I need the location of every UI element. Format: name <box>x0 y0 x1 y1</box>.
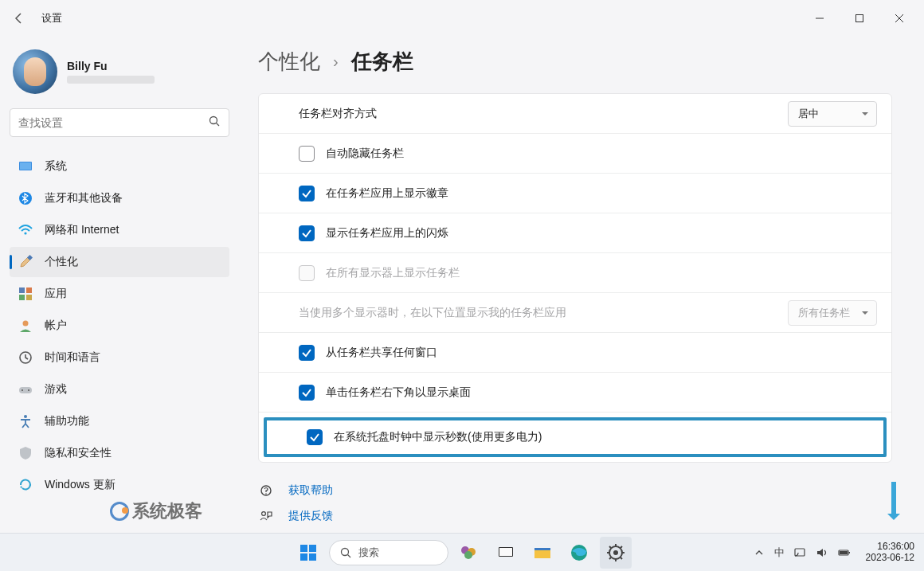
edge-button[interactable] <box>563 537 595 569</box>
profile-name: Billy Fu <box>67 60 155 72</box>
svg-rect-9 <box>19 287 25 293</box>
profile-email-placeholder <box>67 76 155 84</box>
minimize-button[interactable] <box>801 6 838 31</box>
settings-button[interactable] <box>600 537 632 569</box>
svg-line-43 <box>609 557 611 559</box>
taskbar-search[interactable]: 搜索 <box>329 540 448 565</box>
row-show-seconds[interactable]: 在系统托盘时钟中显示秒数(使用更多电力) <box>267 420 883 454</box>
sidebar-item-gaming[interactable]: 游戏 <box>10 374 229 405</box>
task-view-button[interactable] <box>490 537 522 569</box>
row-show-badges[interactable]: 在任务栏应用上显示徽章 <box>259 174 891 213</box>
apps-icon <box>18 286 33 302</box>
row-multi-display: 当使用多个显示器时，在以下位置显示我的任务栏应用 所有任务栏 <box>259 293 891 333</box>
svg-rect-1 <box>856 15 863 22</box>
multi-display-dropdown: 所有任务栏 <box>788 300 877 326</box>
row-show-flashing[interactable]: 显示任务栏应用上的闪烁 <box>259 213 891 253</box>
svg-point-26 <box>342 548 349 555</box>
svg-line-27 <box>348 554 351 557</box>
sidebar-item-label: 应用 <box>45 287 67 301</box>
page-title: 任务栏 <box>351 48 413 76</box>
svg-line-41 <box>609 546 611 548</box>
svg-point-21 <box>262 512 266 516</box>
alignment-dropdown[interactable]: 居中 <box>788 101 877 127</box>
sidebar-item-accessibility[interactable]: 辅助功能 <box>10 406 229 436</box>
sidebar-item-update[interactable]: Windows 更新 <box>10 470 229 500</box>
sidebar-item-bluetooth[interactable]: 蓝牙和其他设备 <box>10 183 229 213</box>
svg-line-3 <box>217 123 220 127</box>
search-icon <box>208 115 221 131</box>
all-displays-checkbox <box>299 265 315 281</box>
window-title: 设置 <box>41 11 62 25</box>
annotation-arrow <box>887 482 900 526</box>
volume-icon[interactable] <box>815 546 829 559</box>
sidebar-item-accounts[interactable]: 帐户 <box>10 311 229 341</box>
row-autohide[interactable]: 自动隐藏任务栏 <box>259 134 891 174</box>
search-box[interactable] <box>10 108 229 137</box>
help-icon <box>258 484 274 497</box>
file-explorer-button[interactable] <box>527 537 558 569</box>
sidebar-item-label: 个性化 <box>45 255 78 269</box>
click-corner-checkbox[interactable] <box>299 385 315 401</box>
profile[interactable]: Billy Fu <box>10 43 229 108</box>
row-all-displays: 在所有显示器上显示任务栏 <box>259 253 891 293</box>
setting-label: 当使用多个显示器时，在以下位置显示我的任务栏应用 <box>299 306 788 320</box>
show-flashing-checkbox[interactable] <box>299 225 315 241</box>
sidebar: Billy Fu 系统 蓝牙和其他设备 网络和 Internet <box>0 37 239 533</box>
sidebar-item-system[interactable]: 系统 <box>10 151 229 182</box>
shield-icon <box>18 445 33 461</box>
battery-icon[interactable] <box>837 546 852 559</box>
row-share-window[interactable]: 从任务栏共享任何窗口 <box>259 333 891 373</box>
svg-rect-12 <box>26 295 32 300</box>
svg-line-42 <box>621 557 622 559</box>
show-badges-checkbox[interactable] <box>299 186 315 201</box>
svg-point-18 <box>24 415 27 418</box>
share-window-checkbox[interactable] <box>299 345 315 361</box>
maximize-button[interactable] <box>841 6 878 31</box>
cast-icon[interactable] <box>793 546 807 559</box>
svg-rect-22 <box>300 545 307 552</box>
wifi-icon <box>18 222 33 238</box>
sidebar-item-time-language[interactable]: 时间和语言 <box>10 342 229 373</box>
person-icon <box>18 318 33 334</box>
taskbar-clock[interactable]: 16:36:00 2023-06-12 <box>866 542 914 564</box>
taskbar-app-misc[interactable] <box>453 537 485 569</box>
svg-rect-25 <box>309 553 316 561</box>
get-help-link[interactable]: 获取帮助 <box>258 483 892 498</box>
display-icon <box>18 158 33 174</box>
taskbar: 搜索 中 16:36:00 2023-06-12 <box>0 533 924 571</box>
svg-point-2 <box>210 117 217 124</box>
sidebar-item-privacy[interactable]: 隐私和安全性 <box>10 438 229 468</box>
brush-icon <box>18 254 33 270</box>
sidebar-item-network[interactable]: 网络和 Internet <box>10 215 229 245</box>
search-input[interactable] <box>18 116 208 129</box>
settings-card: 任务栏对齐方式 居中 自动隐藏任务栏 在任务栏应用上显示徽章 显示任务栏应用上的… <box>258 93 892 463</box>
nav: 系统 蓝牙和其他设备 网络和 Internet 个性化 应用 帐户 <box>10 151 229 500</box>
ime-indicator[interactable]: 中 <box>774 546 785 560</box>
svg-point-36 <box>613 550 618 555</box>
tray-overflow-button[interactable] <box>752 546 766 559</box>
sidebar-item-personalization[interactable]: 个性化 <box>10 247 229 277</box>
sidebar-item-label: 系统 <box>45 159 67 174</box>
feedback-link[interactable]: 提供反馈 <box>258 509 892 523</box>
setting-label: 在系统托盘时钟中显示秒数(使用更多电力) <box>334 430 869 444</box>
sidebar-item-label: 网络和 Internet <box>45 223 119 237</box>
system-tray: 中 16:36:00 2023-06-12 <box>752 542 914 564</box>
taskbar-center: 搜索 <box>292 537 632 569</box>
start-button[interactable] <box>292 537 324 569</box>
sidebar-item-label: 蓝牙和其他设备 <box>45 191 123 205</box>
svg-point-30 <box>464 551 472 559</box>
show-seconds-checkbox[interactable] <box>307 429 323 445</box>
sidebar-item-label: 游戏 <box>45 382 67 397</box>
sidebar-item-label: 时间和语言 <box>45 350 100 365</box>
autohide-checkbox[interactable] <box>299 146 315 162</box>
help-links: 获取帮助 提供反馈 <box>258 483 892 523</box>
svg-point-20 <box>265 493 267 495</box>
svg-rect-24 <box>300 553 307 561</box>
breadcrumb-parent[interactable]: 个性化 <box>258 48 320 76</box>
sidebar-item-apps[interactable]: 应用 <box>10 279 229 309</box>
row-click-corner[interactable]: 单击任务栏右下角以显示桌面 <box>259 373 891 413</box>
sidebar-item-label: Windows 更新 <box>45 478 116 492</box>
close-button[interactable] <box>881 6 918 31</box>
highlighted-setting: 在系统托盘时钟中显示秒数(使用更多电力) <box>264 417 887 457</box>
back-button[interactable] <box>6 6 32 31</box>
